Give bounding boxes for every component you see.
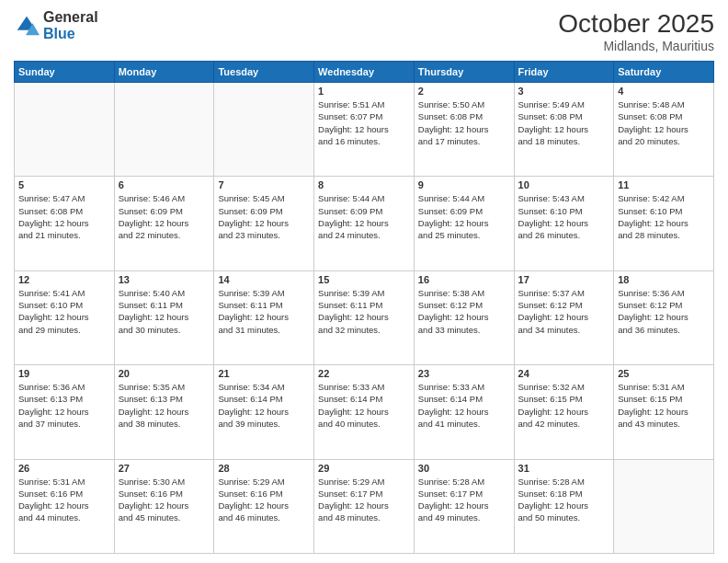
calendar-cell: 25Sunrise: 5:31 AM Sunset: 6:15 PM Dayli… (614, 365, 714, 459)
day-info: Sunrise: 5:50 AM Sunset: 6:08 PM Dayligh… (418, 98, 510, 147)
day-info: Sunrise: 5:33 AM Sunset: 6:14 PM Dayligh… (318, 381, 410, 430)
day-info: Sunrise: 5:34 AM Sunset: 6:14 PM Dayligh… (218, 381, 310, 430)
day-info: Sunrise: 5:28 AM Sunset: 6:17 PM Dayligh… (418, 476, 510, 524)
calendar-day-header: Thursday (414, 62, 514, 83)
calendar-cell: 20Sunrise: 5:35 AM Sunset: 6:13 PM Dayli… (114, 365, 214, 459)
calendar-day-header: Friday (514, 62, 614, 83)
calendar-cell: 31Sunrise: 5:28 AM Sunset: 6:18 PM Dayli… (514, 459, 614, 553)
day-number: 25 (618, 368, 710, 379)
day-info: Sunrise: 5:29 AM Sunset: 6:17 PM Dayligh… (318, 476, 410, 524)
calendar-cell: 22Sunrise: 5:33 AM Sunset: 6:14 PM Dayli… (314, 365, 415, 459)
calendar-cell: 8Sunrise: 5:44 AM Sunset: 6:09 PM Daylig… (314, 177, 415, 270)
calendar-cell: 27Sunrise: 5:30 AM Sunset: 6:16 PM Dayli… (114, 459, 214, 553)
day-number: 12 (18, 274, 110, 285)
day-info: Sunrise: 5:44 AM Sunset: 6:09 PM Dayligh… (318, 192, 410, 241)
page: General Blue October 2025 Midlands, Maur… (0, 0, 728, 563)
day-info: Sunrise: 5:36 AM Sunset: 6:12 PM Dayligh… (618, 287, 710, 336)
day-info: Sunrise: 5:35 AM Sunset: 6:13 PM Dayligh… (119, 381, 210, 430)
day-number: 21 (218, 368, 310, 379)
calendar-cell: 16Sunrise: 5:38 AM Sunset: 6:12 PM Dayli… (414, 270, 514, 364)
calendar-cell: 29Sunrise: 5:29 AM Sunset: 6:17 PM Dayli… (314, 459, 415, 553)
calendar-day-header: Saturday (614, 62, 714, 83)
day-number: 2 (418, 86, 510, 97)
calendar-header-row: SundayMondayTuesdayWednesdayThursdayFrid… (15, 62, 714, 83)
calendar-cell: 13Sunrise: 5:40 AM Sunset: 6:11 PM Dayli… (114, 270, 214, 364)
calendar-cell: 24Sunrise: 5:32 AM Sunset: 6:15 PM Dayli… (514, 365, 614, 459)
calendar-day-header: Tuesday (214, 62, 314, 83)
day-number: 15 (318, 274, 410, 285)
calendar-cell: 19Sunrise: 5:36 AM Sunset: 6:13 PM Dayli… (15, 365, 115, 459)
day-info: Sunrise: 5:29 AM Sunset: 6:16 PM Dayligh… (218, 476, 310, 524)
day-info: Sunrise: 5:51 AM Sunset: 6:07 PM Dayligh… (318, 98, 410, 147)
day-info: Sunrise: 5:39 AM Sunset: 6:11 PM Dayligh… (318, 287, 410, 336)
logo-general: General (43, 9, 98, 25)
day-info: Sunrise: 5:39 AM Sunset: 6:11 PM Dayligh… (218, 287, 310, 336)
day-number: 26 (18, 463, 110, 474)
day-info: Sunrise: 5:37 AM Sunset: 6:12 PM Dayligh… (518, 287, 610, 336)
day-number: 29 (318, 463, 410, 474)
day-number: 3 (518, 86, 610, 97)
logo-text: General Blue (43, 9, 98, 41)
day-number: 28 (218, 463, 310, 474)
calendar-cell (114, 83, 214, 177)
logo-blue: Blue (43, 26, 75, 41)
day-number: 4 (618, 86, 710, 97)
day-number: 23 (418, 368, 510, 379)
day-info: Sunrise: 5:47 AM Sunset: 6:08 PM Dayligh… (18, 192, 110, 241)
calendar-cell: 11Sunrise: 5:42 AM Sunset: 6:10 PM Dayli… (614, 177, 714, 270)
calendar-week-row: 1Sunrise: 5:51 AM Sunset: 6:07 PM Daylig… (15, 83, 714, 177)
calendar-cell: 4Sunrise: 5:48 AM Sunset: 6:08 PM Daylig… (614, 83, 714, 177)
calendar-day-header: Sunday (15, 62, 115, 83)
title-block: October 2025 Midlands, Mauritius (558, 9, 714, 53)
month-title: October 2025 (558, 9, 714, 39)
calendar-cell: 10Sunrise: 5:43 AM Sunset: 6:10 PM Dayli… (514, 177, 614, 270)
calendar-cell: 2Sunrise: 5:50 AM Sunset: 6:08 PM Daylig… (414, 83, 514, 177)
day-number: 8 (318, 179, 410, 190)
day-info: Sunrise: 5:36 AM Sunset: 6:13 PM Dayligh… (18, 381, 110, 430)
logo: General Blue (14, 9, 98, 41)
day-info: Sunrise: 5:43 AM Sunset: 6:10 PM Dayligh… (518, 192, 610, 241)
day-number: 18 (618, 274, 710, 285)
day-info: Sunrise: 5:45 AM Sunset: 6:09 PM Dayligh… (218, 192, 310, 241)
calendar-week-row: 19Sunrise: 5:36 AM Sunset: 6:13 PM Dayli… (15, 365, 714, 459)
calendar-cell: 18Sunrise: 5:36 AM Sunset: 6:12 PM Dayli… (614, 270, 714, 364)
calendar-cell: 30Sunrise: 5:28 AM Sunset: 6:17 PM Dayli… (414, 459, 514, 553)
calendar-week-row: 12Sunrise: 5:41 AM Sunset: 6:10 PM Dayli… (15, 270, 714, 364)
day-number: 16 (418, 274, 510, 285)
day-info: Sunrise: 5:46 AM Sunset: 6:09 PM Dayligh… (119, 192, 210, 241)
calendar-cell: 12Sunrise: 5:41 AM Sunset: 6:10 PM Dayli… (15, 270, 115, 364)
day-number: 27 (119, 463, 210, 474)
calendar-cell: 26Sunrise: 5:31 AM Sunset: 6:16 PM Dayli… (15, 459, 115, 553)
calendar-table: SundayMondayTuesdayWednesdayThursdayFrid… (14, 61, 714, 554)
day-info: Sunrise: 5:41 AM Sunset: 6:10 PM Dayligh… (18, 287, 110, 336)
calendar-cell: 17Sunrise: 5:37 AM Sunset: 6:12 PM Dayli… (514, 270, 614, 364)
day-info: Sunrise: 5:32 AM Sunset: 6:15 PM Dayligh… (518, 381, 610, 430)
day-number: 30 (418, 463, 510, 474)
day-info: Sunrise: 5:40 AM Sunset: 6:11 PM Dayligh… (119, 287, 210, 336)
day-info: Sunrise: 5:31 AM Sunset: 6:16 PM Dayligh… (18, 476, 110, 524)
day-info: Sunrise: 5:31 AM Sunset: 6:15 PM Dayligh… (618, 381, 710, 430)
calendar-cell: 5Sunrise: 5:47 AM Sunset: 6:08 PM Daylig… (15, 177, 115, 270)
day-info: Sunrise: 5:48 AM Sunset: 6:08 PM Dayligh… (618, 98, 710, 147)
day-info: Sunrise: 5:42 AM Sunset: 6:10 PM Dayligh… (618, 192, 710, 241)
calendar-cell: 15Sunrise: 5:39 AM Sunset: 6:11 PM Dayli… (314, 270, 415, 364)
calendar-week-row: 26Sunrise: 5:31 AM Sunset: 6:16 PM Dayli… (15, 459, 714, 553)
location: Midlands, Mauritius (558, 39, 714, 53)
calendar-cell: 7Sunrise: 5:45 AM Sunset: 6:09 PM Daylig… (214, 177, 314, 270)
day-number: 19 (18, 368, 110, 379)
day-number: 17 (518, 274, 610, 285)
day-number: 31 (518, 463, 610, 474)
calendar-cell (15, 83, 115, 177)
day-info: Sunrise: 5:49 AM Sunset: 6:08 PM Dayligh… (518, 98, 610, 147)
calendar-cell: 23Sunrise: 5:33 AM Sunset: 6:14 PM Dayli… (414, 365, 514, 459)
day-info: Sunrise: 5:30 AM Sunset: 6:16 PM Dayligh… (119, 476, 210, 524)
day-number: 20 (119, 368, 210, 379)
header: General Blue October 2025 Midlands, Maur… (14, 9, 714, 53)
day-number: 7 (218, 179, 310, 190)
day-number: 5 (18, 179, 110, 190)
calendar-cell: 6Sunrise: 5:46 AM Sunset: 6:09 PM Daylig… (114, 177, 214, 270)
day-info: Sunrise: 5:38 AM Sunset: 6:12 PM Dayligh… (418, 287, 510, 336)
calendar-cell (614, 459, 714, 553)
day-number: 22 (318, 368, 410, 379)
day-number: 14 (218, 274, 310, 285)
